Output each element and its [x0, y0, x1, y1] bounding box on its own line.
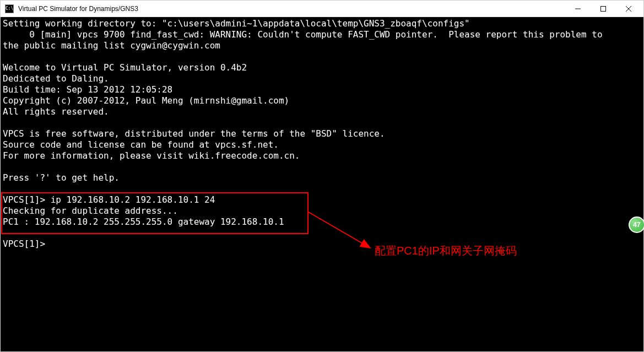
terminal-line: Checking for duplicate address... [3, 205, 641, 216]
terminal-line: For more information, please visit wiki.… [3, 150, 641, 161]
terminal-line: the public mailing list cygwin@cygwin.co… [3, 40, 641, 51]
app-icon: C:\ [5, 4, 14, 13]
terminal-line: Build time: Sep 13 2012 12:05:28 [3, 84, 641, 95]
terminal-line [3, 161, 641, 172]
window-title: Virtual PC Simulator for Dynamips/GNS3 [18, 5, 565, 13]
minimize-button[interactable] [565, 1, 591, 17]
close-button[interactable] [616, 1, 641, 17]
terminal-line: Copyright (c) 2007-2012, Paul Meng (mirn… [3, 95, 641, 106]
maximize-icon [600, 6, 606, 12]
terminal-line [3, 228, 641, 239]
terminal-output[interactable]: Setting working directory to: "c:\users\… [1, 17, 643, 351]
terminal-line: VPCS is free software, distributed under… [3, 128, 641, 139]
app-window: C:\ Virtual PC Simulator for Dynamips/GN… [0, 0, 644, 352]
maximize-button[interactable] [591, 1, 616, 17]
terminal-line [3, 117, 641, 128]
terminal-line [3, 51, 641, 62]
app-icon-label: C:\ [6, 6, 13, 11]
terminal-line: VPCS[1]> [3, 239, 641, 250]
terminal-line: Dedicated to Daling. [3, 73, 641, 84]
close-icon [626, 6, 631, 12]
terminal-line: Welcome to Virtual PC Simulator, version… [3, 62, 641, 73]
terminal-line [3, 183, 641, 194]
terminal-line: All rights reserved. [3, 106, 641, 117]
terminal-line: VPCS[1]> ip 192.168.10.2 192.168.10.1 24 [3, 194, 641, 205]
terminal-line: Press '?' to get help. [3, 172, 641, 183]
terminal-line: Setting working directory to: "c:\users\… [3, 18, 641, 29]
window-controls [565, 1, 641, 17]
terminal-line: PC1 : 192.168.10.2 255.255.255.0 gateway… [3, 216, 641, 228]
side-badge[interactable]: 47 [629, 216, 644, 233]
svg-rect-1 [601, 6, 606, 11]
terminal-line: 0 [main] vpcs 9700 find_fast_cwd: WARNIN… [3, 29, 641, 40]
side-badge-value: 47 [633, 221, 640, 229]
terminal-line: Source code and license can be found at … [3, 139, 641, 150]
minimize-icon [575, 6, 581, 12]
titlebar[interactable]: C:\ Virtual PC Simulator for Dynamips/GN… [1, 1, 643, 17]
